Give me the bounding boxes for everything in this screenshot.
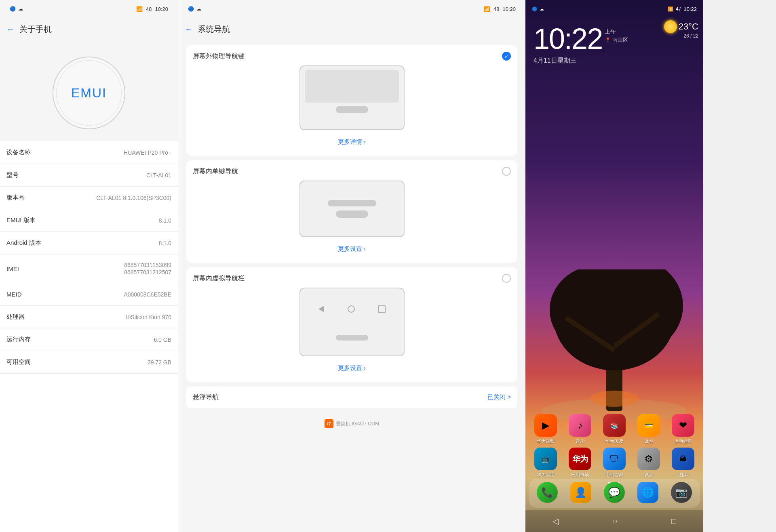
radio-physical[interactable] <box>502 52 511 61</box>
dock-icon-phone: 📞 <box>537 482 558 503</box>
panel-about: 🔵 ☁ 📶 48 10:20 ← 关于手机 EMUI 设备名称 HUAWEI P… <box>0 0 178 532</box>
more-settings-link-2[interactable]: 更多设置 › <box>193 361 511 375</box>
value-version: CLT-AL01 8.1.0.106(SP3C00) <box>96 195 171 201</box>
signal-3: 📶 <box>668 6 673 12</box>
nav-bar-bottom: ◁ ○ □ <box>525 510 703 532</box>
app-music[interactable]: ♪ 音乐 <box>566 414 594 444</box>
emui-circle: EMUI <box>53 57 125 129</box>
back-button-1[interactable]: ← <box>6 25 15 34</box>
dock-messages[interactable]: 💬 <box>600 482 628 505</box>
nav-home-button[interactable]: ○ <box>612 517 617 526</box>
table-row: IMEI 868577031153099 868577031212507 <box>0 254 178 283</box>
app-phone-mgr[interactable]: 🛡 手机管家 <box>600 448 628 478</box>
sun-icon <box>664 20 677 33</box>
app-gallery[interactable]: 🏔 图库 <box>669 448 697 478</box>
time-detail: 上午 📍 南山区 <box>605 28 628 44</box>
svg-point-7 <box>590 391 639 407</box>
app-label-video: 华为视频 <box>537 438 555 444</box>
temperature: 23°C <box>679 21 698 32</box>
status-left-icons: 🔵 ☁ <box>532 6 544 12</box>
signal-icon-1: 📶 <box>136 6 143 12</box>
label-processor: 处理器 <box>6 313 25 321</box>
app-health[interactable]: ❤ 运动健康 <box>669 414 697 444</box>
app-icon-phone-mgr: 🛡 <box>603 448 626 470</box>
table-row: 运行内存 6.0 GB <box>0 328 178 351</box>
label-device-name: 设备名称 <box>6 149 31 156</box>
table-row: 处理器 HiSilicon Kirin 970 <box>0 306 178 328</box>
time-1: 10:20 <box>155 6 168 12</box>
nav-option-title-1: 屏幕外物理导航键 <box>193 52 245 61</box>
nav-options-scroll[interactable]: 屏幕外物理导航键 更多详情 › 屏幕内单键导航 更多设置 › <box>178 40 525 532</box>
mockup-single <box>299 181 405 237</box>
time-2: 10:20 <box>502 6 516 12</box>
dock-contacts[interactable]: 👤 <box>567 482 595 505</box>
app-settings[interactable]: ⚙ 设置 <box>635 448 663 478</box>
radio-virtual[interactable] <box>502 274 511 283</box>
label-android-version: Android 版本 <box>6 239 41 247</box>
float-nav-row[interactable]: 悬浮导航 已关闭 > <box>186 387 517 408</box>
nav-option-single[interactable]: 屏幕内单键导航 更多设置 › <box>186 160 517 263</box>
app-grid: ▶ 华为视频 ♪ 音乐 📚 华为阅读 💳 钱包 ❤ 运动健康 📺 <box>525 414 703 479</box>
app-icon-appmarket: 华为 <box>569 448 591 470</box>
app-icon-health: ❤ <box>672 414 694 437</box>
label-emui-version: EMUI 版本 <box>6 217 36 224</box>
app-icon-gallery: 🏔 <box>672 448 694 470</box>
app-icon-wallet: 💳 <box>637 414 660 437</box>
value-emui-version: 8.1.0 <box>159 217 171 224</box>
emui-logo-area: EMUI <box>0 40 178 141</box>
location: 📍 南山区 <box>605 36 628 44</box>
panel-nav: 🔵 ☁ 📶 48 10:20 ← 系统导航 屏幕外物理导航键 <box>178 0 525 532</box>
nav-recent-button[interactable]: □ <box>671 517 676 526</box>
value-processor: HiSilicon Kirin 970 <box>125 314 171 320</box>
app-appmarket[interactable]: 华为 应用市场 <box>566 448 594 478</box>
value-storage: 29.72 GB <box>148 359 171 366</box>
time-3: 10:22 <box>683 6 697 12</box>
more-detail-link[interactable]: 更多详情 › <box>193 135 511 149</box>
dock-icon-messages: 💬 <box>604 482 625 503</box>
emui-logo-text: EMUI <box>71 86 107 101</box>
float-nav-value[interactable]: 已关闭 > <box>487 393 511 401</box>
radio-single[interactable] <box>502 167 511 176</box>
float-nav-label: 悬浮导航 <box>193 393 219 402</box>
nav-option-virtual[interactable]: 屏幕内虚拟导航栏 更多设置 › <box>186 267 517 382</box>
dock-camera[interactable]: 📷 <box>667 482 696 505</box>
label-version: 版本号 <box>6 194 25 202</box>
time-ampm: 上午 <box>605 28 628 36</box>
table-row: 型号 CLT-AL01 <box>0 164 178 187</box>
dock-icon-browser: 🌐 <box>637 482 658 503</box>
location-pin-icon: 📍 <box>605 37 611 43</box>
notification-icon-2: 🔵 <box>188 6 194 12</box>
weather-info: 23°C 26 / 22 <box>664 20 698 39</box>
app-huawei-app[interactable]: 📺 华为应用 <box>531 448 560 478</box>
weather-icon-row: 23°C <box>664 20 698 33</box>
watermark-nav: i7 爱搞机 IGAO7.COM <box>186 413 517 435</box>
battery-1: 48 <box>146 6 152 12</box>
dock-icon-camera: 📷 <box>671 482 692 503</box>
app-wallet[interactable]: 💳 钱包 <box>635 414 663 444</box>
about-info-section: 设备名称 HUAWEI P20 Pro › 型号 CLT-AL01 版本号 CL… <box>0 141 178 532</box>
nav-option-physical[interactable]: 屏幕外物理导航键 更多详情 › <box>186 45 517 156</box>
dock-phone[interactable]: 📞 <box>533 482 561 505</box>
header-2: ← 系统导航 <box>178 18 525 40</box>
battery-2: 48 <box>493 6 499 12</box>
table-row: 可用空间 29.72 GB <box>0 351 178 374</box>
app-icon-huawei-app: 📺 <box>534 448 557 470</box>
watermark-logo-nav: i7 <box>325 419 333 428</box>
dock-browser[interactable]: 🌐 <box>634 482 662 505</box>
back-button-2[interactable]: ← <box>185 25 193 34</box>
table-row[interactable]: 设备名称 HUAWEI P20 Pro › <box>0 141 178 164</box>
label-meid: MEID <box>6 291 22 298</box>
cloud-icon-3: ☁ <box>540 6 544 12</box>
date-display: 4月11日星期三 <box>525 53 703 68</box>
mockup-virtual <box>299 288 405 356</box>
dock-icon-contacts: 👤 <box>570 482 591 503</box>
app-reader[interactable]: 📚 华为阅读 <box>600 414 628 444</box>
nav-back-button[interactable]: ◁ <box>552 516 559 526</box>
app-label-appmarket: 应用市场 <box>571 472 589 478</box>
cloud-icon-2: ☁ <box>196 6 201 12</box>
app-video[interactable]: ▶ 华为视频 <box>531 414 560 444</box>
status-bar-3: 🔵 ☁ 📶 47 10:22 <box>525 0 703 18</box>
table-row: MEID A000008C6E52BE <box>0 283 178 306</box>
temp-range: 26 / 22 <box>683 33 698 39</box>
more-settings-link-1[interactable]: 更多设置 › <box>193 242 511 256</box>
